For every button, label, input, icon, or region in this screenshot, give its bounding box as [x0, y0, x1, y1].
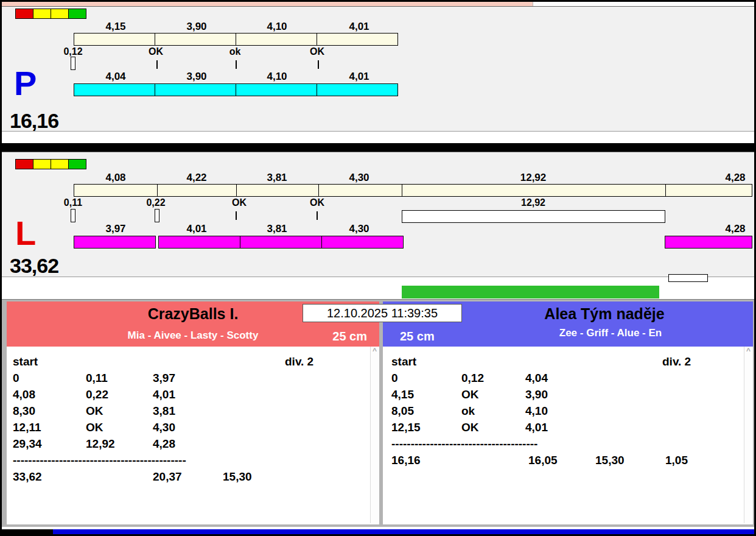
lane-p-split-1: 4,15	[105, 21, 125, 33]
result-cell: 8,30	[13, 404, 35, 418]
result-cell: 8,05	[391, 404, 414, 418]
lane-l-split-bar	[74, 184, 752, 197]
footer-blue-strip	[53, 529, 754, 534]
progress-bar-green	[402, 286, 659, 298]
result-cell: 4,30	[153, 421, 175, 434]
lane-p-dogtime-4: 4,01	[349, 71, 369, 83]
scroll-up-arrow[interactable]: ^	[371, 347, 379, 355]
start-light-green-icon	[68, 9, 86, 19]
bar-segment	[322, 236, 403, 248]
lane-l-dogtime-bar-3	[665, 236, 752, 249]
result-cell: OK	[86, 404, 103, 418]
separator-dashes: ----------------------------------------…	[13, 454, 186, 467]
lane-l-cross-2: 0,22	[146, 197, 165, 208]
lane-p-dogtime-2: 3,90	[186, 71, 206, 83]
bar-segment	[402, 211, 665, 222]
result-cell: 4,10	[525, 404, 548, 418]
lane-p-cross-3: ok	[229, 46, 241, 57]
lane-p-dogtime-3: 4,10	[267, 71, 287, 83]
lane-p-dogtime-1: 4,04	[105, 71, 125, 83]
datetime-display: 12.10.2025 11:39:35	[303, 304, 462, 322]
bar-segment	[240, 236, 322, 248]
result-cell: 0	[13, 372, 19, 385]
clipped-menu-strip	[2, 2, 533, 6]
lane-l-split-6: 4,28	[725, 172, 745, 184]
result-cell: 4,01	[525, 421, 548, 434]
result-cell: 12,11	[13, 421, 41, 434]
start-light-yellow1-icon	[33, 159, 51, 169]
lane-l-cross-4: OK	[310, 197, 324, 208]
team-right-name: Alea Tým naděje	[456, 305, 753, 323]
start-light-yellow2-icon	[51, 159, 69, 169]
bar-segment	[236, 84, 317, 96]
separator-dashes: --------------------------------------	[391, 437, 537, 451]
clipped-menu-strip-right	[533, 2, 754, 6]
app-client-area: 4,15 3,90 4,10 4,01 0,12 OK ok OK 4,04 3…	[2, 2, 754, 534]
lane-p-split-3: 4,10	[267, 21, 287, 33]
lane-l-dogtime-3: 3,81	[267, 223, 287, 235]
team-right-height-badge: 25 cm	[400, 330, 435, 344]
team-left-results: start div. 2 0 0,11 3,97 4,08 0,22 4,01 …	[7, 347, 379, 524]
flyball-timing-window: 4,15 3,90 4,10 4,01 0,12 OK ok OK 4,04 3…	[0, 0, 756, 536]
start-label: start	[13, 355, 38, 368]
bar-segment	[666, 185, 752, 196]
bar-segment	[155, 34, 236, 45]
lane-p-total-time: 16,16	[10, 109, 58, 133]
team-panel-left: CrazyBalls I. Mia - Aivee - Lasty - Scot…	[7, 302, 379, 524]
lane-l-letter: L	[15, 216, 36, 250]
tick-mark	[317, 211, 318, 220]
bar-segment	[402, 185, 666, 196]
scroll-up-arrow[interactable]: ^	[744, 347, 752, 355]
bar-segment	[236, 34, 317, 45]
lane-p-footer-strip	[2, 131, 754, 143]
scrollbar-left-table[interactable]: ^	[370, 347, 379, 523]
result-cell: 12,15	[391, 421, 421, 434]
lane-p-start-lights	[15, 9, 86, 19]
clean-sum: 20,37	[153, 470, 182, 484]
clean-sum: 16,05	[528, 454, 558, 467]
lane-l-dogtime-5: 4,28	[725, 223, 745, 235]
lane-l-start-tickbox-1	[71, 209, 75, 222]
start-light-red-icon	[15, 9, 33, 19]
tick-mark	[236, 211, 237, 220]
result-cell: 0,22	[86, 388, 108, 401]
start-light-yellow1-icon	[33, 9, 51, 19]
lane-l-dogtime-1: 3,97	[105, 223, 125, 235]
time-diff: 1,05	[665, 454, 688, 467]
lane-l-split-4: 4,30	[349, 172, 369, 184]
bar-segment	[319, 185, 402, 196]
scrollbar-right-table[interactable]: ^	[744, 347, 752, 523]
bar-segment	[665, 236, 752, 248]
lane-l-cross-5: 12,92	[521, 197, 545, 208]
team-left-members: Mia - Aivee - Lasty - Scotty	[7, 330, 379, 342]
result-cell: 4,28	[153, 437, 175, 451]
result-cell: 3,90	[525, 388, 548, 401]
start-light-red-icon	[15, 159, 33, 169]
lane-l-dogtime-bar-1	[74, 236, 156, 249]
mini-display-box	[668, 274, 708, 282]
lane-p-start-tickbox	[71, 57, 75, 70]
lane-divider	[2, 143, 754, 152]
lane-l-total-time: 33,62	[10, 254, 58, 278]
result-cell: OK	[461, 421, 479, 434]
lane-l-dogtime-bar-2	[158, 236, 404, 249]
lane-p-split-4: 4,01	[349, 21, 369, 33]
lane-l-split-5: 12,92	[520, 172, 547, 184]
tick-mark	[156, 60, 158, 69]
start-label: start	[391, 355, 416, 368]
division-label: div. 2	[285, 355, 313, 368]
bar-segment	[237, 185, 319, 196]
lane-l-dogtime-2: 4,01	[186, 223, 206, 235]
team-panel-right: Alea Tým naděje Zee - Griff - Alue - En …	[383, 302, 753, 524]
bar-segment	[74, 84, 155, 96]
lane-l-dogtime-4: 4,30	[349, 223, 369, 235]
lane-p-split-bar	[74, 33, 398, 46]
team-right-members: Zee - Griff - Alue - En	[468, 327, 753, 339]
tick-mark	[236, 60, 237, 69]
lane-l-split-1: 4,08	[105, 172, 125, 184]
lane-l-cross-1: 0,11	[64, 197, 82, 208]
division-label: div. 2	[662, 355, 691, 368]
result-cell: OK	[86, 421, 103, 434]
total-time: 33,62	[13, 470, 42, 484]
total-time: 16,16	[391, 454, 421, 467]
